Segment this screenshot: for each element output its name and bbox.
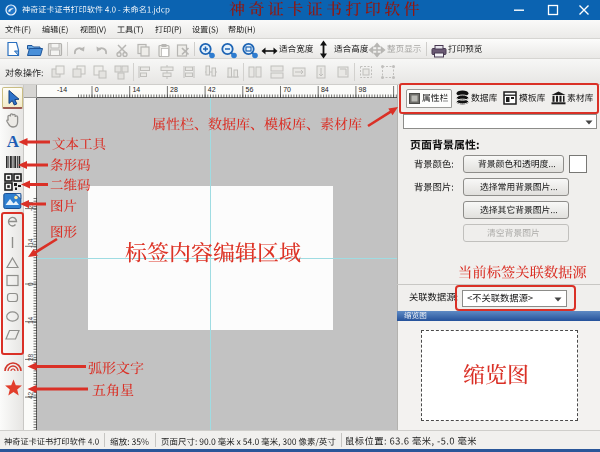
svg-text:42: 42 (27, 391, 34, 399)
svg-text:0: 0 (27, 282, 34, 286)
svg-text:-14: -14 (27, 238, 34, 248)
svg-text:28: 28 (27, 353, 34, 361)
svg-text:14: 14 (27, 316, 34, 324)
